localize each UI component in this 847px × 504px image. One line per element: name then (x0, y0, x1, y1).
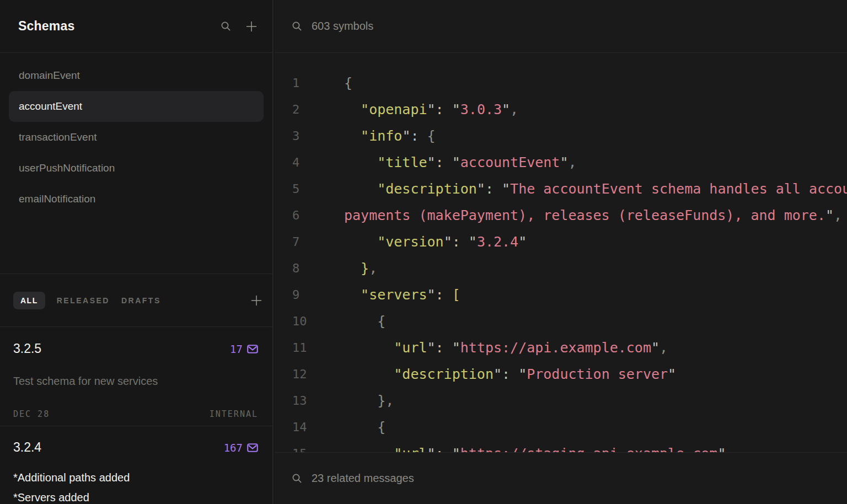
add-version-icon[interactable] (250, 294, 262, 307)
code-token: "title (377, 154, 427, 170)
code-token: [ (452, 287, 460, 303)
code-line-6[interactable]: 6payments (makePayment), releases (relea… (275, 202, 847, 228)
sidebar-item-domainEvent[interactable]: domainEvent (9, 60, 264, 91)
code-token: : (436, 154, 444, 170)
code-token: "servers (361, 287, 427, 303)
line-number: 7 (275, 235, 344, 249)
code-token: : (485, 181, 494, 197)
code-line-1[interactable]: 1{ (275, 69, 847, 96)
version-list: 3.2.517Test schema for new servicesDEC 2… (0, 328, 272, 504)
line-number: 1 (275, 76, 344, 90)
code-token: { (377, 419, 385, 435)
search-icon[interactable] (221, 21, 231, 31)
code-token: , (834, 207, 842, 223)
version-number: 3.2.5 (13, 341, 230, 356)
line-number: 14 (275, 420, 344, 434)
code-token: { (427, 128, 436, 144)
code-token (344, 260, 361, 276)
code-token: " (477, 181, 485, 197)
code-token (444, 287, 452, 303)
code-line-10[interactable]: 10 { (275, 308, 847, 334)
code-token: } (361, 260, 369, 276)
code-line-2[interactable]: 2 "openapi": "3.0.3", (275, 96, 847, 122)
code-token (444, 446, 452, 453)
schema-editor-panel: 603 symbols 1{2 "openapi": "3.0.3",3 "in… (275, 0, 847, 504)
code-token: "openapi (361, 101, 427, 117)
version-description-line: *Additional paths added (13, 468, 258, 487)
code-token: " (560, 154, 568, 170)
line-number: 15 (275, 447, 344, 453)
code-line-15[interactable]: 15 "url": "https://staging.api.example.c… (275, 440, 847, 452)
code-token: payments (makePayment), releases (releas… (344, 207, 825, 223)
envelope-icon (247, 345, 258, 353)
messages-count-badge[interactable]: 167 (224, 442, 258, 454)
code-editor[interactable]: 1{2 "openapi": "3.0.3",3 "info": {4 "tit… (275, 53, 847, 452)
code-token: : (452, 234, 460, 250)
code-line-7[interactable]: 7 "version": "3.2.4" (275, 228, 847, 255)
code-token (344, 366, 394, 382)
code-token: " (494, 366, 502, 382)
tab-drafts[interactable]: DRAFTS (121, 292, 161, 309)
related-messages-label: 23 related messages (312, 472, 414, 485)
code-token (344, 393, 377, 409)
tab-all[interactable]: ALL (13, 292, 45, 309)
symbols-bar[interactable]: 603 symbols (275, 0, 847, 53)
sidebar-item-userPushNotification[interactable]: userPushNotification (9, 153, 264, 184)
search-icon[interactable] (292, 473, 302, 484)
code-line-3[interactable]: 3 "info": { (275, 122, 847, 149)
code-token (460, 234, 469, 250)
line-number: 11 (275, 341, 344, 355)
code-line-5[interactable]: 5 "description": "The accountEvent schem… (275, 175, 847, 202)
version-card-3.2.5[interactable]: 3.2.517Test schema for new servicesDEC 2… (0, 328, 272, 426)
sidebar-item-accountEvent[interactable]: accountEvent (9, 91, 264, 122)
sidebar-header: Schemas (0, 0, 272, 53)
messages-count-badge[interactable]: 17 (230, 343, 258, 355)
code-line-14[interactable]: 14 { (275, 414, 847, 440)
code-token: " (452, 340, 460, 356)
schema-item-label: transactionEvent (19, 131, 97, 143)
version-card-3.2.4[interactable]: 3.2.4167*Additional paths added*Servers … (0, 426, 272, 504)
code-token: , (510, 101, 518, 117)
schema-item-label: accountEvent (19, 100, 82, 112)
code-token: { (377, 313, 385, 329)
search-icon[interactable] (292, 21, 302, 31)
code-token (444, 154, 452, 170)
code-line-8[interactable]: 8 }, (275, 255, 847, 281)
schema-item-label: userPushNotification (19, 162, 115, 174)
code-line-4[interactable]: 4 "title": "accountEvent", (275, 149, 847, 175)
code-token: " (452, 154, 460, 170)
code-token (344, 128, 361, 144)
messages-count: 17 (230, 343, 243, 355)
sidebar-item-emailNotification[interactable]: emailNotification (9, 184, 264, 215)
line-number: 13 (275, 394, 344, 408)
code-line-12[interactable]: 12 "description": "Production server" (275, 361, 847, 387)
code-token: " (427, 101, 436, 117)
code-token: 3.2.4 (477, 234, 518, 250)
code-token (444, 340, 452, 356)
version-description: *Additional paths added*Servers added (13, 468, 258, 504)
code-token: " (452, 446, 460, 453)
code-token: , (660, 340, 668, 356)
code-token: accountEvent (460, 154, 560, 170)
line-number: 4 (275, 156, 344, 169)
code-token (344, 287, 361, 303)
code-line-13[interactable]: 13 }, (275, 387, 847, 414)
sidebar-item-transactionEvent[interactable]: transactionEvent (9, 122, 264, 153)
code-token: : (436, 446, 444, 453)
version-card-header: 3.2.4167 (13, 440, 258, 455)
version-number: 3.2.4 (13, 440, 224, 455)
code-token: " (518, 234, 527, 250)
code-token: The accountEvent schema handles all acco… (510, 181, 847, 197)
code-line-9[interactable]: 9 "servers": [ (275, 281, 847, 308)
code-line-11[interactable]: 11 "url": "https://api.example.com", (275, 334, 847, 361)
code-token: " (717, 446, 726, 453)
code-token (344, 101, 361, 117)
line-number: 5 (275, 182, 344, 196)
code-token (419, 128, 427, 144)
code-token: , (369, 260, 377, 276)
version-date: DEC 28 (13, 409, 50, 419)
related-messages-bar[interactable]: 23 related messages (275, 452, 847, 504)
tab-released[interactable]: RELEASED (57, 292, 110, 309)
add-schema-icon[interactable] (245, 20, 258, 33)
schemas-sidebar: Schemas domainEventaccountEventtransacti… (0, 0, 274, 504)
